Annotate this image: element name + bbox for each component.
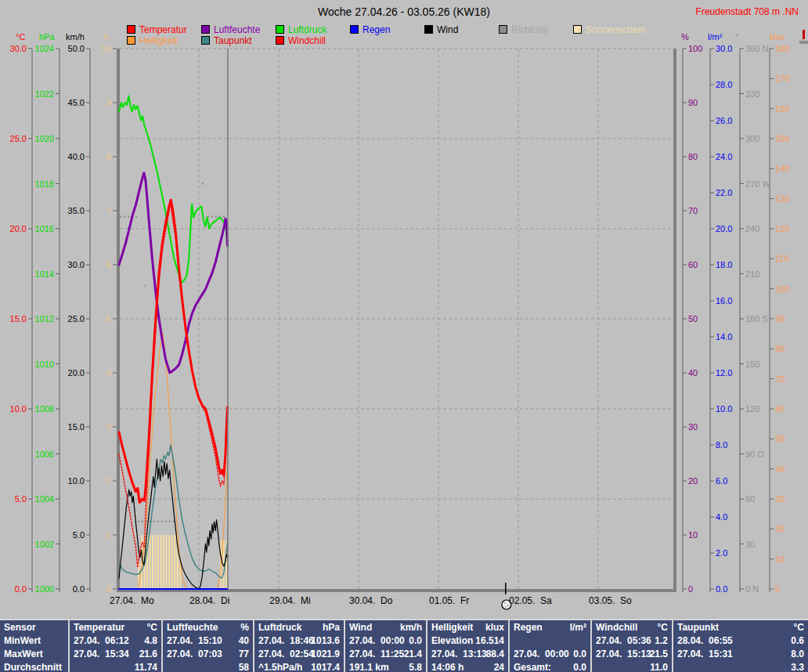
axis-tick-label: 170 <box>775 74 789 83</box>
axis-tick-label: 8 <box>0 153 111 161</box>
table-cell-value: 0.0 <box>409 634 422 647</box>
sunshine-bar <box>152 535 153 589</box>
table-cell: 27.04. 15:1321.5 <box>596 648 668 661</box>
axis-tick-label: 60 <box>745 495 755 504</box>
table-cell-key: Durchschnitt <box>4 661 62 672</box>
sunshine-bar <box>177 559 179 589</box>
day-label: 29.04. Mi <box>269 596 311 605</box>
sunshine-bar <box>163 535 164 589</box>
axis-unit-°: ° <box>735 33 738 42</box>
axis-tick-label: 20 <box>775 525 785 533</box>
sunshine-bar <box>166 535 168 589</box>
axis-tick-label: 90 <box>775 315 785 323</box>
axis-tick-label: 330 <box>745 90 759 99</box>
axis-tick-label: 6.0 <box>716 477 727 486</box>
axis-tick-label: 70 <box>688 207 698 215</box>
table-cell-key: 191.1 km <box>349 661 389 672</box>
table-cell-key: 27.04. 05:36 <box>596 634 651 647</box>
sunshine-bar <box>155 535 157 589</box>
axis-tick-label: 70 <box>775 375 785 384</box>
axis-tick-label: 8.0 <box>716 441 727 450</box>
axis-tick-label: 4.0 <box>716 513 727 522</box>
axis-tick-label: 80 <box>775 345 785 353</box>
table-cell-value: 8.0 <box>791 648 804 660</box>
table-cell-key: 27.04. 13:13 <box>431 648 487 660</box>
axis-tick-label: 30 <box>688 423 698 432</box>
axis-tick-label: 28.0 <box>716 81 732 89</box>
axis-tick-label: 40 <box>688 369 698 378</box>
table-cell-key: 27.04. 18:46 <box>258 634 314 647</box>
axis-tick-label: 22.0 <box>716 189 732 197</box>
axis-tick-label: 0.0 <box>716 585 727 594</box>
table-column-helligkeit: HelligkeitkluxElevation16.51427.04. 13:1… <box>426 620 508 672</box>
table-header-label: Regen <box>514 621 543 634</box>
table-cell-key: MinWert <box>4 634 41 647</box>
series-wind <box>119 459 228 589</box>
sunshine-bar <box>161 535 162 589</box>
axis-tick-label: 140 <box>775 164 789 173</box>
axis-tick-label: 1006 <box>0 450 54 459</box>
axis-tick-label: 100 <box>775 285 789 294</box>
day-label: 03.05. So <box>589 596 632 605</box>
table-cell-value: 40 <box>239 634 249 647</box>
axis-unit-km/h: km/h <box>66 33 85 42</box>
table-column-wind: Windkm/h27.04. 00:000.027.04. 11:2521.41… <box>344 620 426 672</box>
axis-tick-label: 10 <box>775 555 785 564</box>
table-cell-value: 1013.6 <box>311 634 340 647</box>
axis-tick-label: 160 <box>775 105 789 114</box>
table-header-label: Luftdruck <box>258 621 301 634</box>
table-column-windchill: Windchill°C27.04. 05:361.227.04. 15:1321… <box>590 620 672 672</box>
plot-border-left <box>117 49 120 592</box>
chart-plot <box>0 0 808 619</box>
table-cell-key: 14:06 h <box>431 661 464 672</box>
sunshine-bar <box>168 535 170 589</box>
axis-tick-label: 20 <box>688 477 698 486</box>
weather-week-chart-window: Woche 27.04.26 - 03.05.26 (KW18) Freuden… <box>0 0 808 672</box>
table-cell: 27.04. 06:124.8 <box>74 634 157 648</box>
table-cell: 14:06 h24 <box>431 661 504 672</box>
axis-tick-label: 120 <box>745 405 759 414</box>
table-cell: 11.74 <box>74 661 157 672</box>
table-cell: 3.3 <box>677 661 804 672</box>
sunshine-bar <box>150 535 151 589</box>
axis-tick-label: 1022 <box>0 90 54 99</box>
axis-tick-label: 110 <box>775 255 789 263</box>
axis-tick-label: 0 N <box>745 585 759 594</box>
table-header-cell: Sensor <box>4 621 64 634</box>
table-cell: MaxWert <box>4 648 64 661</box>
sunshine-bar <box>174 535 175 589</box>
axis-tick-label: 7 <box>0 207 111 215</box>
table-header-unit: hPa <box>323 621 340 634</box>
table-header-unit: °C <box>147 621 157 634</box>
table-cell: 27.04. 15:3421.6 <box>74 648 157 661</box>
axis-tick-label: 6 <box>0 261 111 269</box>
table-cell: MinWert <box>4 634 64 648</box>
axis-tick-label: 10 <box>688 531 698 540</box>
axis-tick-label: 130 <box>775 195 789 204</box>
axis-tick-label: 30 <box>745 540 755 549</box>
table-cell-value: 1.2 <box>655 634 668 647</box>
table-header-cell: Helligkeitklux <box>431 621 504 634</box>
table-cell: 27.04. 02:541021.9 <box>258 648 340 661</box>
table-cell: 27.04. 00:000.0 <box>514 648 586 661</box>
day-label: 28.04. Di <box>189 596 229 605</box>
axis-unit-%: % <box>681 33 689 42</box>
axis-tick-label: 20.0 <box>716 225 732 233</box>
axis-tick-label: 2.0 <box>716 549 727 558</box>
series-luftdruck <box>119 96 228 283</box>
table-cell: Durchschnitt <box>4 661 64 672</box>
table-cell: ^1.5hPa/h1017.4 <box>258 661 340 672</box>
table-cell-key: Elevation <box>431 634 473 647</box>
axis-tick-label: 1014 <box>0 270 54 279</box>
table-header-label: Helligkeit <box>431 621 473 634</box>
axis-tick-label: 1018 <box>0 180 54 189</box>
axis-tick-label: 60 <box>775 405 785 414</box>
table-cell: Gesamt:0.0 <box>514 661 586 672</box>
table-cell: Elevation16.514 <box>431 634 504 648</box>
table-cell-value: 11.0 <box>650 661 668 672</box>
table-cell-key: 27.04. 11:25 <box>349 648 404 660</box>
axis-tick-label: 180 <box>775 45 789 53</box>
table-header-unit: l/m² <box>570 621 586 634</box>
table-cell-value: 1021.9 <box>311 648 340 660</box>
table-header-unit: km/h <box>400 621 422 634</box>
